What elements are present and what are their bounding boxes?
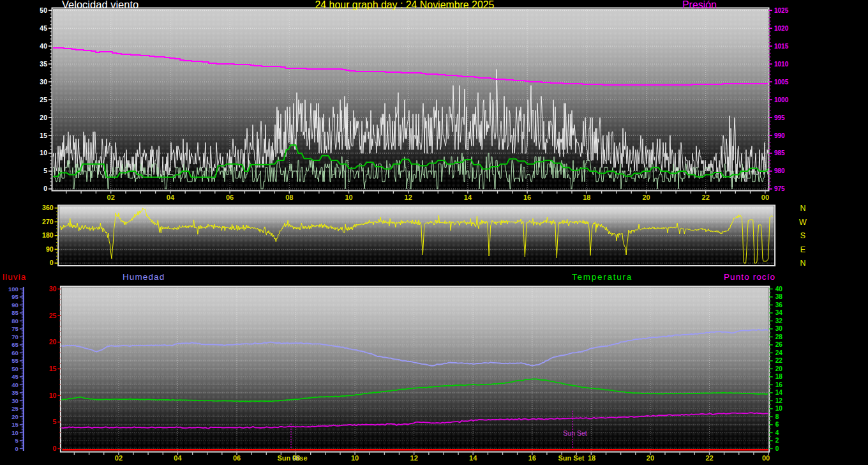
svg-text:15: 15 <box>40 132 47 139</box>
svg-text:50: 50 <box>40 6 47 14</box>
svg-text:90: 90 <box>46 245 54 253</box>
svg-text:40: 40 <box>40 42 47 50</box>
svg-text:18: 18 <box>583 194 590 201</box>
svg-text:Velocidad viento: Velocidad viento <box>62 0 138 10</box>
svg-text:04: 04 <box>167 194 175 201</box>
svg-text:70: 70 <box>11 333 19 340</box>
svg-text:5: 5 <box>53 418 57 425</box>
svg-text:14: 14 <box>469 454 477 462</box>
svg-text:80: 80 <box>11 317 19 324</box>
svg-text:10: 10 <box>345 194 352 201</box>
svg-text:14: 14 <box>464 194 472 201</box>
svg-text:985: 985 <box>774 149 785 156</box>
svg-text:02: 02 <box>115 454 123 462</box>
svg-text:6: 6 <box>775 421 779 428</box>
svg-text:30: 30 <box>775 325 783 332</box>
svg-text:60: 60 <box>11 349 19 356</box>
svg-text:1025: 1025 <box>774 7 789 14</box>
svg-text:1010: 1010 <box>774 61 789 68</box>
svg-text:1020: 1020 <box>774 25 789 32</box>
svg-text:5: 5 <box>43 167 47 174</box>
svg-text:16: 16 <box>523 194 531 201</box>
svg-text:15: 15 <box>49 365 57 372</box>
svg-text:95: 95 <box>11 293 19 300</box>
svg-text:06: 06 <box>233 454 241 462</box>
svg-text:00: 00 <box>761 194 769 201</box>
svg-text:06: 06 <box>226 194 234 201</box>
svg-text:25: 25 <box>49 312 57 319</box>
svg-text:00: 00 <box>762 454 770 462</box>
svg-text:10: 10 <box>11 429 19 436</box>
svg-text:S: S <box>800 231 805 240</box>
svg-text:08: 08 <box>285 194 293 201</box>
svg-text:lluvia: lluvia <box>3 272 26 282</box>
svg-text:0: 0 <box>775 445 779 452</box>
svg-text:Sun Set: Sun Set <box>558 454 585 462</box>
svg-text:15: 15 <box>11 421 19 428</box>
svg-text:20: 20 <box>49 338 57 346</box>
svg-text:10: 10 <box>40 149 47 156</box>
svg-text:28: 28 <box>775 333 783 340</box>
svg-text:02: 02 <box>107 194 115 201</box>
svg-text:26: 26 <box>775 341 783 348</box>
svg-text:30: 30 <box>11 397 19 404</box>
svg-text:0: 0 <box>53 445 57 452</box>
svg-text:12: 12 <box>405 194 412 201</box>
svg-text:980: 980 <box>774 167 785 174</box>
svg-text:22: 22 <box>775 357 783 364</box>
svg-text:0: 0 <box>43 185 47 192</box>
svg-text:22: 22 <box>702 194 710 201</box>
svg-text:34: 34 <box>775 309 783 316</box>
svg-text:18: 18 <box>588 454 595 462</box>
svg-text:975: 975 <box>774 185 785 192</box>
svg-text:Humedad: Humedad <box>123 272 165 282</box>
svg-text:4: 4 <box>775 429 779 436</box>
svg-text:10: 10 <box>49 392 57 399</box>
svg-text:24 hour graph day : 24 Noviemb: 24 hour graph day : 24 Noviembre 2025 <box>315 0 495 10</box>
svg-text:2: 2 <box>775 437 779 444</box>
svg-text:16: 16 <box>528 454 536 462</box>
svg-text:45: 45 <box>40 24 47 32</box>
svg-text:12: 12 <box>410 454 418 462</box>
svg-text:38: 38 <box>775 293 783 300</box>
svg-text:20: 20 <box>11 413 19 420</box>
svg-text:24: 24 <box>775 349 783 356</box>
svg-text:Temperatura: Temperatura <box>572 272 632 282</box>
svg-text:8: 8 <box>775 413 779 420</box>
svg-text:45: 45 <box>11 373 19 380</box>
svg-text:N: N <box>800 259 805 268</box>
svg-text:40: 40 <box>775 286 783 293</box>
svg-text:04: 04 <box>174 454 182 462</box>
svg-text:22: 22 <box>705 454 713 462</box>
svg-text:360: 360 <box>42 204 54 211</box>
svg-text:Presión: Presión <box>682 0 717 10</box>
svg-text:0: 0 <box>15 445 19 452</box>
svg-text:Punto rocío: Punto rocío <box>724 272 775 282</box>
svg-text:20: 20 <box>775 365 783 372</box>
svg-text:20: 20 <box>647 454 654 462</box>
svg-text:12: 12 <box>775 397 783 404</box>
svg-text:995: 995 <box>774 114 785 121</box>
svg-text:65: 65 <box>11 341 19 348</box>
svg-text:85: 85 <box>11 309 19 316</box>
svg-text:35: 35 <box>40 60 47 68</box>
svg-text:W: W <box>799 218 807 227</box>
svg-text:Sun Rise: Sun Rise <box>277 454 307 462</box>
svg-text:32: 32 <box>775 317 783 324</box>
svg-text:14: 14 <box>775 389 783 396</box>
svg-text:990: 990 <box>774 132 785 139</box>
svg-text:30: 30 <box>40 78 47 86</box>
svg-text:35: 35 <box>11 389 19 396</box>
svg-text:16: 16 <box>775 381 783 388</box>
svg-text:10: 10 <box>775 405 783 412</box>
svg-text:1005: 1005 <box>774 79 789 86</box>
svg-text:1015: 1015 <box>774 43 789 50</box>
svg-text:18: 18 <box>775 373 783 380</box>
svg-text:Sun Set: Sun Set <box>563 429 587 437</box>
svg-text:270: 270 <box>42 218 54 225</box>
svg-text:36: 36 <box>775 301 783 309</box>
svg-text:20: 20 <box>40 114 47 121</box>
svg-text:N: N <box>800 204 805 213</box>
svg-text:30: 30 <box>49 285 57 293</box>
svg-text:20: 20 <box>642 194 650 201</box>
